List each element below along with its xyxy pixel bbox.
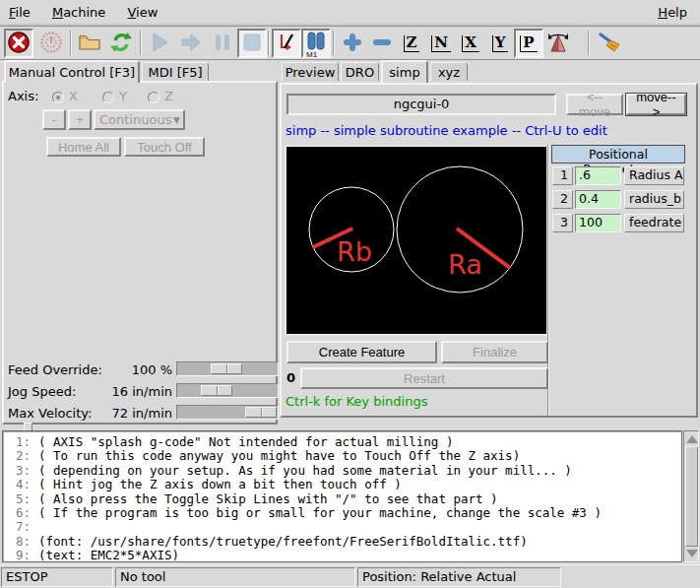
rotate-cone-icon bbox=[546, 31, 570, 57]
jog-mode-dropdown[interactable]: Continuous ▼ bbox=[94, 109, 185, 130]
skip-lines-icon bbox=[275, 31, 298, 57]
status-tool: No tool bbox=[115, 567, 355, 587]
param-2-name: radius_b bbox=[624, 190, 684, 209]
max-velocity-slider-handle[interactable] bbox=[245, 407, 277, 418]
gcode-line: 6:( If the program is too big or small f… bbox=[3, 506, 681, 520]
feature-canvas: RbRa bbox=[286, 147, 546, 334]
param-3-name: feedrate bbox=[624, 214, 684, 232]
toggle-skip-lines-button[interactable] bbox=[272, 29, 301, 58]
axis-z-radio[interactable] bbox=[148, 92, 159, 103]
gcode-line-number: 4: bbox=[3, 478, 31, 491]
clear-plot-button[interactable] bbox=[595, 29, 624, 58]
power-icon bbox=[39, 31, 63, 57]
pause-program-button[interactable] bbox=[208, 29, 237, 58]
axis-z-label: Z bbox=[164, 89, 173, 103]
gcode-line-text: (text: EMC2*5*AXIS) bbox=[38, 549, 179, 562]
view-y-button[interactable]: Y bbox=[485, 29, 515, 58]
gcode-line-number: 9: bbox=[3, 549, 31, 562]
jog-speed-slider-handle[interactable] bbox=[201, 385, 232, 396]
gcode-line: 2:( To run this code anyway you might ha… bbox=[3, 449, 681, 463]
max-velocity-slider[interactable] bbox=[176, 405, 279, 420]
home-all-label: Home All bbox=[58, 140, 109, 155]
optional-stop-button[interactable]: M1 bbox=[301, 29, 331, 58]
tab-xyz[interactable]: xyz bbox=[430, 62, 468, 81]
optional-stop-icon: M1 bbox=[305, 31, 327, 57]
stop-program-button[interactable] bbox=[237, 29, 267, 58]
zoom-out-button[interactable] bbox=[367, 29, 397, 58]
tab-preview[interactable]: Preview bbox=[282, 62, 339, 81]
gcode-line: 9:(text: EMC2*5*AXIS) bbox=[3, 549, 681, 562]
gcode-line-text: (font: /usr/share/fonts/truetype/freefon… bbox=[38, 535, 528, 549]
gcode-line-number: 8: bbox=[3, 535, 31, 549]
param-1-input[interactable]: .6 bbox=[575, 166, 621, 185]
feed-override-slider-handle[interactable] bbox=[211, 363, 242, 374]
rotate-view-button[interactable] bbox=[543, 29, 573, 58]
tab-xyz-label: xyz bbox=[438, 65, 460, 80]
param-2-input[interactable]: 0.4 bbox=[575, 190, 621, 209]
gcode-line-number: 3: bbox=[3, 464, 31, 478]
estop-button[interactable] bbox=[4, 29, 33, 58]
ngcgui-tab-title-entry[interactable]: ngcgui-0 bbox=[286, 94, 556, 115]
open-file-button[interactable] bbox=[75, 29, 104, 58]
gcode-line-number: 7: bbox=[3, 520, 31, 534]
view-z-button[interactable]: Z bbox=[397, 29, 426, 58]
tab-dro-label: DRO bbox=[346, 65, 374, 80]
gcode-line-text: ( If the program is too big or small for… bbox=[38, 506, 602, 520]
tab-preview-label: Preview bbox=[286, 65, 336, 80]
axis-x-radio[interactable] bbox=[52, 92, 64, 103]
restart-button[interactable]: Restart bbox=[300, 367, 548, 389]
reload-file-button[interactable] bbox=[106, 29, 136, 58]
view-perspective-button[interactable]: P bbox=[514, 29, 543, 58]
status-estop: ESTOP bbox=[1, 567, 113, 587]
jog-speed-slider[interactable] bbox=[176, 383, 279, 398]
jog-mode-value: Continuous bbox=[99, 112, 171, 127]
toolbar-separator bbox=[268, 31, 270, 55]
move-left-button[interactable]: <--move bbox=[566, 94, 623, 115]
tab-simp[interactable]: simp bbox=[381, 60, 428, 83]
pause-icon bbox=[212, 32, 233, 56]
menu-view[interactable]: View bbox=[118, 0, 166, 20]
finalize-button[interactable]: Finalize bbox=[441, 341, 548, 363]
tab-dro[interactable]: DRO bbox=[341, 62, 379, 81]
feed-override-slider[interactable] bbox=[176, 361, 279, 376]
machine-power-button[interactable] bbox=[36, 29, 66, 58]
param-3-input[interactable]: 100 bbox=[575, 214, 621, 232]
gcode-line: 5:( Also press the Toggle Skip Lines wit… bbox=[3, 492, 681, 506]
gcode-text-area[interactable]: 1:( AXIS "splash g-code" Not intended fo… bbox=[2, 430, 682, 562]
stop-icon bbox=[241, 32, 263, 56]
touch-off-label: Touch Off bbox=[137, 140, 191, 155]
step-program-button[interactable] bbox=[176, 29, 206, 58]
run-icon bbox=[149, 32, 170, 56]
axis-x-radio-dot bbox=[56, 96, 60, 99]
zoom-in-button[interactable] bbox=[338, 29, 367, 58]
toolbar-separator bbox=[333, 31, 335, 55]
gcode-line-number: 5: bbox=[3, 492, 31, 506]
max-velocity-label: Max Velocity: bbox=[8, 406, 92, 421]
ngcgui-tab-title: ngcgui-0 bbox=[394, 97, 450, 111]
touch-off-button[interactable]: Touch Off bbox=[124, 137, 205, 157]
run-program-button[interactable] bbox=[145, 29, 174, 58]
step-arrow-icon bbox=[179, 32, 203, 56]
tab-mdi[interactable]: MDI [F5] bbox=[142, 62, 209, 81]
menu-file[interactable]: File bbox=[0, 0, 39, 20]
scroll-up-arrow-icon[interactable] bbox=[686, 435, 698, 443]
menu-machine[interactable]: Machine bbox=[43, 0, 114, 20]
menu-help[interactable]: Help bbox=[649, 0, 696, 20]
view-x-button[interactable]: X bbox=[456, 29, 485, 58]
create-feature-button[interactable]: Create Feature bbox=[286, 341, 437, 363]
move-right-label: move--> bbox=[634, 90, 678, 119]
axis-x-label: X bbox=[69, 89, 78, 103]
view-z-rotated-button[interactable]: N bbox=[426, 29, 456, 58]
scrollbar-thumb[interactable] bbox=[685, 446, 698, 547]
home-all-button[interactable]: Home All bbox=[46, 137, 121, 157]
tab-manual-control[interactable]: Manual Control [F3] bbox=[4, 60, 140, 83]
move-right-button[interactable]: move--> bbox=[626, 94, 686, 115]
create-feature-label: Create Feature bbox=[319, 345, 405, 359]
scroll-down-arrow-icon[interactable] bbox=[686, 550, 698, 557]
axis-y-radio[interactable] bbox=[102, 92, 114, 103]
jog-plus-button[interactable]: + bbox=[68, 109, 92, 130]
tab-mdi-label: MDI [F5] bbox=[148, 65, 202, 80]
gcode-scrollbar[interactable] bbox=[683, 430, 699, 562]
jog-minus-button[interactable]: - bbox=[42, 109, 66, 130]
jog-plus-label: + bbox=[76, 112, 84, 127]
